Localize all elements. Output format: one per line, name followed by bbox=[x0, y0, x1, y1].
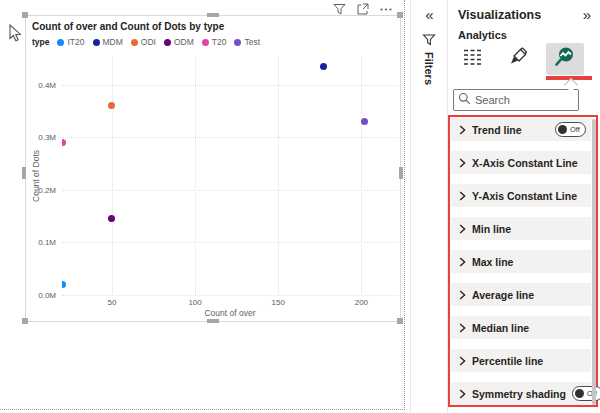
x-tick-label: 50 bbox=[107, 298, 116, 307]
legend-item-label: T20 bbox=[212, 37, 227, 47]
data-point-t20[interactable] bbox=[62, 139, 66, 146]
scatter-chart-visual[interactable]: Count of over and Count of Dots by type … bbox=[25, 15, 401, 322]
tab-analytics[interactable] bbox=[546, 43, 584, 75]
data-point-test[interactable] bbox=[361, 118, 368, 125]
collapse-pane-icon[interactable]: « bbox=[411, 6, 448, 23]
filters-pane-collapsed: « Filters bbox=[411, 0, 448, 413]
data-point-odi[interactable] bbox=[108, 102, 115, 109]
y-axis-title: Count of Dots bbox=[30, 56, 42, 295]
h-gridline bbox=[62, 295, 398, 296]
analytics-item-label: Trend line bbox=[472, 124, 549, 136]
x-axis-tick-labels: 50100150200 bbox=[62, 298, 398, 308]
analytics-item-percentile-line[interactable]: Percentile line bbox=[451, 349, 591, 372]
analytics-item-label: Min line bbox=[472, 223, 586, 235]
chevron-right-icon bbox=[459, 319, 466, 337]
analytics-item-label: Max line bbox=[472, 256, 586, 268]
resize-handle-top-left[interactable] bbox=[22, 12, 28, 18]
resize-handle-left-middle[interactable] bbox=[22, 167, 26, 179]
analytics-item-x-axis-constant-line[interactable]: X-Axis Constant Line bbox=[451, 151, 591, 174]
tab-fields[interactable] bbox=[454, 43, 492, 75]
chevron-right-icon bbox=[459, 385, 466, 403]
expand-pane-icon[interactable]: » bbox=[583, 6, 591, 23]
visual-hover-toolbar bbox=[332, 2, 393, 17]
x-axis-title: Count of over bbox=[62, 308, 398, 318]
chevron-right-icon bbox=[459, 121, 466, 139]
visualizations-header: Visualizations » bbox=[448, 6, 600, 23]
legend-item-label: MDM bbox=[103, 37, 123, 47]
legend-item-label: IT20 bbox=[67, 37, 84, 47]
x-tick-label: 100 bbox=[188, 298, 201, 307]
analytics-item-label: Median line bbox=[472, 322, 586, 334]
legend-color-dot bbox=[131, 39, 138, 46]
analytics-item-label: Y-Axis Constant Line bbox=[472, 190, 586, 202]
toggle-off-switch[interactable]: Off bbox=[555, 122, 586, 137]
toggle-knob bbox=[575, 389, 584, 398]
analytics-item-label: Percentile line bbox=[472, 355, 586, 367]
chevron-right-icon bbox=[459, 220, 466, 238]
filters-pane-label[interactable]: Filters bbox=[423, 52, 435, 85]
legend-item-odm[interactable]: ODM bbox=[164, 37, 194, 47]
chart-title: Count of over and Count of Dots by type bbox=[32, 21, 224, 32]
legend-field-label: type bbox=[32, 37, 49, 47]
data-point-odm[interactable] bbox=[108, 215, 115, 222]
legend-item-label: Test bbox=[244, 37, 260, 47]
analytics-item-label: Average line bbox=[472, 289, 586, 301]
visualizations-title: Visualizations bbox=[458, 8, 583, 22]
resize-handle-top-middle[interactable] bbox=[207, 13, 219, 17]
right-panel: « Filters Visualizations » Analytics bbox=[410, 0, 600, 413]
legend-item-test[interactable]: Test bbox=[234, 37, 260, 47]
focus-mode-icon[interactable] bbox=[355, 2, 370, 17]
search-icon bbox=[458, 91, 471, 109]
analytics-item-trend-line[interactable]: Trend lineOff bbox=[451, 118, 591, 141]
analytics-item-median-line[interactable]: Median line bbox=[451, 316, 591, 339]
legend-color-dot bbox=[93, 39, 100, 46]
legend-item-mdm[interactable]: MDM bbox=[93, 37, 123, 47]
legend-item-label: ODM bbox=[174, 37, 194, 47]
chevron-right-icon bbox=[459, 352, 466, 370]
analytics-search-box[interactable] bbox=[453, 89, 579, 111]
chevron-right-icon bbox=[459, 253, 466, 271]
analytics-magnifier-icon bbox=[553, 45, 577, 73]
analytics-list-red-annotation: Trend lineOffX-Axis Constant LineY-Axis … bbox=[448, 115, 598, 407]
analytics-item-symmetry-shading[interactable]: Symmetry shadingOff bbox=[451, 382, 591, 405]
analytics-section-label: Analytics bbox=[458, 29, 507, 41]
legend-color-dot bbox=[234, 39, 241, 46]
legend-item-label: ODI bbox=[141, 37, 156, 47]
more-options-icon[interactable] bbox=[378, 2, 393, 17]
analytics-item-max-line[interactable]: Max line bbox=[451, 250, 591, 273]
resize-handle-right-middle[interactable] bbox=[399, 167, 403, 179]
report-canvas[interactable]: Count of over and Count of Dots by type … bbox=[0, 0, 405, 410]
legend-color-dot bbox=[202, 39, 209, 46]
legend-color-dot bbox=[164, 39, 171, 46]
data-point-mdm[interactable] bbox=[320, 63, 327, 70]
search-input[interactable] bbox=[475, 94, 565, 106]
data-point-it20[interactable] bbox=[62, 281, 66, 288]
resize-handle-bottom-middle[interactable] bbox=[207, 319, 219, 323]
legend-color-dot bbox=[57, 39, 64, 46]
x-tick-label: 150 bbox=[272, 298, 285, 307]
fields-icon bbox=[462, 47, 484, 71]
legend-item-it20[interactable]: IT20 bbox=[57, 37, 84, 47]
filter-icon[interactable] bbox=[332, 2, 347, 17]
resize-handle-top-right[interactable] bbox=[397, 12, 403, 18]
x-tick-label: 200 bbox=[355, 298, 368, 307]
legend-item-t20[interactable]: T20 bbox=[202, 37, 227, 47]
resize-handle-bottom-right[interactable] bbox=[397, 318, 403, 324]
chart-legend: type IT20MDMODIODMT20Test bbox=[32, 37, 260, 47]
plot-area[interactable] bbox=[62, 56, 398, 295]
analytics-item-label: Symmetry shading bbox=[472, 388, 566, 400]
legend-item-odi[interactable]: ODI bbox=[131, 37, 156, 47]
filters-funnel-icon[interactable] bbox=[422, 33, 436, 51]
chevron-right-icon bbox=[459, 154, 466, 172]
resize-handle-bottom-left[interactable] bbox=[22, 318, 28, 324]
analytics-item-min-line[interactable]: Min line bbox=[451, 217, 591, 240]
analytics-item-label: X-Axis Constant Line bbox=[472, 157, 586, 169]
chevron-right-icon bbox=[459, 286, 466, 304]
analytics-item-average-line[interactable]: Average line bbox=[451, 283, 591, 306]
toggle-state-label: Off bbox=[570, 125, 580, 134]
analytics-item-y-axis-constant-line[interactable]: Y-Axis Constant Line bbox=[451, 184, 591, 207]
panel-scrollbar[interactable] bbox=[592, 119, 596, 405]
tab-format[interactable] bbox=[500, 43, 538, 75]
format-paintbrush-icon bbox=[508, 46, 530, 72]
toggle-knob bbox=[558, 125, 567, 134]
